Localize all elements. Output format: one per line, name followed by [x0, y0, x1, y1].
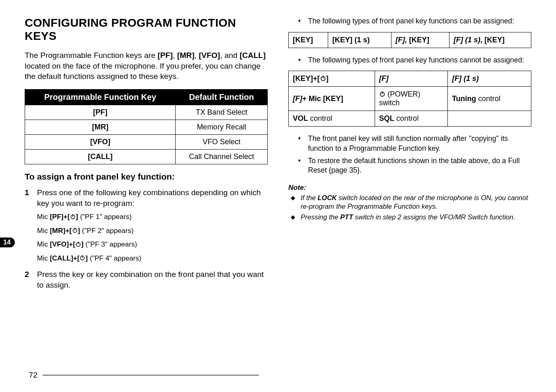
table-cell: [KEY]	[289, 32, 328, 48]
power-icon	[79, 255, 85, 261]
power-icon	[70, 214, 76, 219]
mic-line: Mic [MR]+[] ("PF 2" appears)	[37, 226, 268, 236]
mic-prefix: Mic	[37, 227, 50, 235]
steps-list: Press one of the following key combinati…	[25, 187, 268, 291]
bullet-can-assign: The following types of front panel key f…	[288, 16, 531, 26]
table-cell: VFO Select	[176, 134, 268, 149]
table-row: [CALL] Call Channel Select	[25, 149, 268, 164]
step-2-text: Press the key or key combination on the …	[37, 270, 264, 289]
mic-line: Mic [VFO]+[] ("PF 3" appears)	[37, 239, 268, 250]
table-cell: SQL control	[375, 111, 447, 127]
step-2: Press the key or key combination on the …	[25, 269, 268, 290]
table-header: Programmable Function Key	[25, 89, 176, 105]
mic-note: ("PF 2" appears)	[80, 227, 134, 235]
assign-subhead: To assign a front panel key function:	[25, 172, 268, 182]
table-row: [KEY]+[] [F] [F] (1 s)	[289, 71, 531, 87]
table-cell: TX Band Select	[176, 105, 268, 120]
right-column: The following types of front panel key f…	[288, 16, 531, 296]
table-row: [VFO] VFO Select	[25, 134, 268, 149]
mic-prefix: Mic	[37, 213, 50, 221]
mic-line: Mic [PF]+[] ("PF 1" appears)	[37, 212, 268, 222]
step-1-text: Press one of the following key combinati…	[37, 188, 261, 208]
power-icon	[72, 227, 78, 233]
bullet-list: The front panel key will still function …	[288, 134, 531, 175]
power-icon	[379, 91, 385, 97]
note-item: If the LOCK switch located on the rear o…	[288, 194, 531, 211]
table-cell: [CALL]	[25, 149, 176, 164]
page-number: 72	[29, 371, 37, 380]
table-row: [PF] TX Band Select	[25, 105, 268, 120]
table-cell: Tuning control	[448, 87, 531, 111]
default-functions-table: Programmable Function Key Default Functi…	[25, 89, 268, 164]
intro-key-vfo: [VFO]	[199, 51, 220, 60]
mic-note: ("PF 3" appears)	[83, 240, 137, 248]
section-title: CONFIGURING PROGRAM FUNCTION KEYS	[25, 16, 268, 43]
note-item: Pressing the PTT switch in step 2 assign…	[288, 213, 531, 221]
bullet-list: The following types of front panel key f…	[288, 16, 531, 26]
can-assign-table: [KEY] [KEY] (1 s) [F], [KEY] [F] (1 s), …	[288, 32, 531, 48]
table-cell: [PF]	[25, 105, 176, 120]
table-cell: (POWER)switch	[375, 87, 447, 111]
step-1: Press one of the following key combinati…	[25, 187, 268, 263]
bullet-list: The following types of front panel key f…	[288, 55, 531, 65]
table-cell: [F] (1 s)	[448, 71, 531, 87]
intro-text-before: The Programmable Function keys are	[25, 51, 158, 60]
power-icon	[320, 75, 326, 81]
footer-rule	[42, 375, 259, 376]
intro-paragraph: The Programmable Function keys are [PF],…	[25, 50, 268, 82]
table-header-row: Programmable Function Key Default Functi…	[25, 89, 268, 105]
note-label: Note:	[288, 184, 531, 192]
intro-key-pf: [PF]	[158, 51, 173, 60]
table-row: [KEY] [KEY] (1 s) [F], [KEY] [F] (1 s), …	[289, 32, 531, 48]
page-content: CONFIGURING PROGRAM FUNCTION KEYS The Pr…	[0, 0, 556, 308]
table-cell: [F], [KEY]	[391, 32, 449, 48]
mic-key-combo: [MR]+[]	[50, 227, 80, 235]
table-cell: [F] (1 s), [KEY]	[449, 32, 531, 48]
left-column: CONFIGURING PROGRAM FUNCTION KEYS The Pr…	[25, 16, 268, 296]
section-tab: 14	[0, 238, 15, 247]
table-cell: [KEY]+[]	[289, 71, 375, 87]
table-header: Default Function	[176, 89, 268, 105]
table-cell: [F]	[375, 71, 447, 87]
bullet-restore-default: To restore the default functions shown i…	[288, 156, 531, 175]
mic-line: Mic [CALL]+[] ("PF 4" appears)	[37, 253, 268, 264]
table-row: [F]+ Mic [KEY] (POWER)switch Tuning cont…	[289, 87, 531, 111]
note-list: If the LOCK switch located on the rear o…	[288, 194, 531, 221]
table-row: [MR] Memory Recall	[25, 120, 268, 134]
mic-note: ("PF 1" appears)	[78, 213, 132, 221]
intro-key-call: [CALL]	[240, 51, 266, 60]
table-cell	[448, 111, 531, 127]
table-cell: VOL control	[289, 111, 375, 127]
page-footer: 72	[29, 371, 259, 380]
table-cell: [MR]	[25, 120, 176, 134]
mic-note: ("PF 4" appears)	[88, 254, 141, 262]
intro-text-and: , and	[220, 51, 240, 60]
table-cell: Call Channel Select	[176, 149, 268, 164]
mic-key-combo: [PF]+[]	[50, 213, 78, 221]
mic-key-combo: [VFO]+[]	[50, 240, 83, 248]
bullet-cannot-assign: The following types of front panel key f…	[288, 55, 531, 65]
bullet-still-function: The front panel key will still function …	[288, 134, 531, 153]
mic-prefix: Mic	[37, 254, 50, 262]
table-row: VOL control SQL control	[289, 111, 531, 127]
intro-text-after: located on the face of the microphone. I…	[25, 62, 261, 81]
table-cell: [F]+ Mic [KEY]	[289, 87, 375, 111]
mic-prefix: Mic	[37, 240, 50, 248]
table-cell: [VFO]	[25, 134, 176, 149]
cannot-assign-table: [KEY]+[] [F] [F] (1 s) [F]+ Mic [KEY] (P…	[288, 71, 531, 127]
intro-key-mr: [MR]	[177, 51, 195, 60]
table-cell: Memory Recall	[176, 120, 268, 134]
table-cell: [KEY] (1 s)	[328, 32, 392, 48]
mic-key-combo: [CALL]+[]	[50, 254, 88, 262]
power-icon	[75, 241, 81, 247]
